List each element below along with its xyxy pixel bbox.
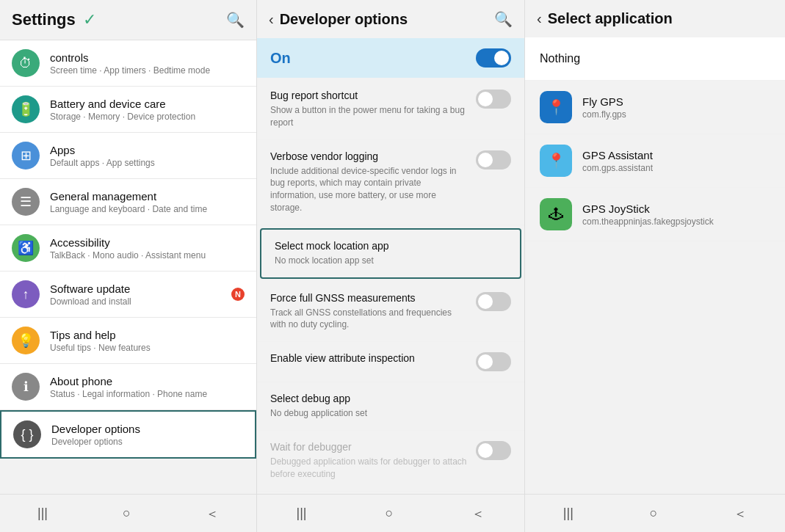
dev-content: On Bug report shortcut Show a button in … xyxy=(257,38,524,494)
toggle-bug-report[interactable] xyxy=(476,90,511,109)
toggle-verbose-logging[interactable] xyxy=(476,150,511,170)
dev-options-title: Developer options xyxy=(280,11,408,28)
app-item-pkg-fly-gps: com.fly.gps xyxy=(582,109,770,120)
settings-header: Settings ✓ 🔍 xyxy=(0,0,256,40)
settings-item-subtitle-accessibility: TalkBack · Mono audio · Assistant menu xyxy=(50,250,245,260)
settings-item-developer[interactable]: { } Developer options Developer options xyxy=(0,410,256,459)
settings-item-subtitle-battery: Storage · Memory · Device protection xyxy=(50,112,245,122)
settings-item-battery[interactable]: 🔋 Battery and device care Storage · Memo… xyxy=(0,87,256,133)
settings-item-controls[interactable]: ⏱ controls Screen time · App timers · Be… xyxy=(0,40,256,87)
settings-item-accessibility[interactable]: ♿ Accessibility TalkBack · Mono audio · … xyxy=(0,225,256,272)
settings-item-subtitle-tips: Useful tips · New features xyxy=(50,343,245,353)
settings-item-text-battery: Battery and device care Storage · Memory… xyxy=(50,98,245,122)
dev-row-bug-report[interactable]: Bug report shortcut Show a button in the… xyxy=(257,79,524,140)
right-nav-home[interactable]: ○ xyxy=(638,503,670,524)
settings-icon-accessibility: ♿ xyxy=(12,234,40,262)
dev-row-view-attribute[interactable]: Enable view attribute inspection xyxy=(257,342,524,382)
settings-item-about[interactable]: ℹ About phone Status · Legal information… xyxy=(0,364,256,410)
settings-icon-apps: ⊞ xyxy=(12,142,40,170)
settings-item-title-developer: Developer options xyxy=(51,423,243,435)
dev-row-content-bug-report: Bug report shortcut Show a button in the… xyxy=(270,90,469,129)
toggle-wait-debugger[interactable] xyxy=(476,441,511,460)
mid-nav-home[interactable]: ○ xyxy=(374,503,405,524)
app-item-fly-gps[interactable]: 📍 Fly GPS com.fly.gps xyxy=(525,81,785,134)
settings-item-tips[interactable]: 💡 Tips and help Useful tips · New featur… xyxy=(0,318,256,364)
app-item-gps-joystick[interactable]: 🕹 GPS JoyStick com.theappninjas.fakegpsj… xyxy=(525,188,785,241)
app-item-nothing[interactable]: Nothing xyxy=(525,37,785,81)
nav-recent[interactable]: ||| xyxy=(26,503,59,524)
nav-back[interactable]: ＜ xyxy=(194,502,231,525)
dev-row-header-mock-location: Select mock location app No mock locatio… xyxy=(275,240,507,267)
settings-panel: Settings ✓ 🔍 ⏱ controls Screen time · Ap… xyxy=(0,0,257,532)
settings-item-text-accessibility: Accessibility TalkBack · Mono audio · As… xyxy=(50,236,245,260)
app-item-name-fly-gps: Fly GPS xyxy=(582,95,770,108)
app-icon-gps-assistant: 📍 xyxy=(540,145,572,177)
settings-item-text-developer: Developer options Developer options xyxy=(51,423,243,447)
settings-item-text-apps: Apps Default apps · App settings xyxy=(50,144,245,168)
app-item-text-gps-joystick: GPS JoyStick com.theappninjas.fakegpsjoy… xyxy=(582,203,770,227)
app-item-name-gps-assistant: GPS Assistant xyxy=(582,149,770,161)
dev-row-subtitle-debug-app: No debug application set xyxy=(270,407,511,420)
app-item-gps-assistant[interactable]: 📍 GPS Assistant com.gps.assistant xyxy=(525,134,785,188)
settings-item-general[interactable]: ☰ General management Language and keyboa… xyxy=(0,179,256,225)
dev-row-wait-debugger[interactable]: Wait for debugger Debugged application w… xyxy=(257,431,524,492)
settings-item-text-about: About phone Status · Legal information ·… xyxy=(50,375,245,399)
dev-row-subtitle-mock-location: No mock location app set xyxy=(275,255,507,267)
dev-row-gnss[interactable]: Force full GNSS measurements Track all G… xyxy=(257,282,524,343)
settings-item-subtitle-general: Language and keyboard · Date and time xyxy=(50,204,245,214)
settings-item-subtitle-software: Download and install xyxy=(50,296,221,307)
dev-on-toggle-row[interactable]: On xyxy=(257,38,524,78)
dev-row-content-view-attribute: Enable view attribute inspection xyxy=(270,352,469,364)
notification-badge-software: N xyxy=(231,288,245,301)
dev-row-title-view-attribute: Enable view attribute inspection xyxy=(270,352,469,364)
right-nav-recent[interactable]: ||| xyxy=(551,503,585,524)
dev-row-content-wait-debugger: Wait for debugger Debugged application w… xyxy=(270,441,469,481)
dev-row-header-debug-app: Select debug app No debug application se… xyxy=(270,393,511,420)
mid-nav-recent[interactable]: ||| xyxy=(285,503,319,524)
dev-row-verbose-logging[interactable]: Verbose vendor logging Include additiona… xyxy=(257,140,524,225)
nav-home[interactable]: ○ xyxy=(111,503,142,524)
settings-icon-software: ↑ xyxy=(12,280,40,308)
settings-item-software[interactable]: ↑ Software update Download and install N xyxy=(0,272,256,318)
toggle-view-attribute[interactable] xyxy=(476,352,511,371)
settings-icon-controls: ⏱ xyxy=(12,49,40,77)
dev-back-arrow[interactable]: ‹ xyxy=(269,11,274,28)
right-header: ‹ Select application xyxy=(525,0,785,37)
app-item-text-gps-assistant: GPS Assistant com.gps.assistant xyxy=(582,149,770,173)
settings-item-text-controls: controls Screen time · App timers · Bedt… xyxy=(50,51,245,76)
right-nav-back[interactable]: ＜ xyxy=(722,502,759,525)
settings-item-title-software: Software update xyxy=(50,283,221,295)
settings-icon-developer: { } xyxy=(13,420,41,448)
dev-row-header-wait-debugger: Wait for debugger Debugged application w… xyxy=(270,441,511,481)
dev-row-header-bug-report: Bug report shortcut Show a button in the… xyxy=(270,90,511,129)
settings-item-title-tips: Tips and help xyxy=(50,329,245,341)
dev-on-toggle[interactable] xyxy=(476,48,511,68)
dev-row-header-verbose-logging: Verbose vendor logging Include additiona… xyxy=(270,150,511,214)
settings-item-title-accessibility: Accessibility xyxy=(50,236,245,249)
settings-item-apps[interactable]: ⊞ Apps Default apps · App settings xyxy=(0,133,256,179)
app-icon-gps-joystick: 🕹 xyxy=(540,198,572,230)
app-icon-fly-gps: 📍 xyxy=(540,91,572,123)
dev-row-title-bug-report: Bug report shortcut xyxy=(270,90,469,101)
settings-list: ⏱ controls Screen time · App timers · Be… xyxy=(0,40,256,494)
settings-item-text-tips: Tips and help Useful tips · New features xyxy=(50,329,245,353)
settings-item-title-controls: controls xyxy=(50,51,245,64)
dev-header-left: ‹ Developer options xyxy=(269,11,408,28)
right-title: Select application xyxy=(548,10,673,27)
settings-item-subtitle-developer: Developer options xyxy=(51,437,243,447)
toggle-gnss[interactable] xyxy=(476,292,511,311)
select-app-panel: ‹ Select application Nothing 📍 Fly GPS c… xyxy=(525,0,785,532)
mid-nav-back[interactable]: ＜ xyxy=(460,502,496,525)
dev-row-mock-location[interactable]: Select mock location app No mock locatio… xyxy=(260,228,521,279)
dev-search-icon[interactable]: 🔍 xyxy=(494,10,513,28)
dev-row-title-mock-location: Select mock location app xyxy=(275,240,507,252)
dev-row-debug-app[interactable]: Select debug app No debug application se… xyxy=(257,382,524,431)
search-icon[interactable]: 🔍 xyxy=(226,11,245,29)
dev-row-content-mock-location: Select mock location app No mock locatio… xyxy=(275,240,507,267)
right-back-arrow[interactable]: ‹ xyxy=(537,10,542,27)
dev-row-subtitle-wait-debugger: Debugged application waits for debugger … xyxy=(270,456,469,481)
settings-icon-general: ☰ xyxy=(12,188,40,216)
dev-row-subtitle-bug-report: Show a button in the power menu for taki… xyxy=(270,104,469,129)
settings-item-text-software: Software update Download and install xyxy=(50,283,221,307)
dev-row-title-debug-app: Select debug app xyxy=(270,393,511,404)
